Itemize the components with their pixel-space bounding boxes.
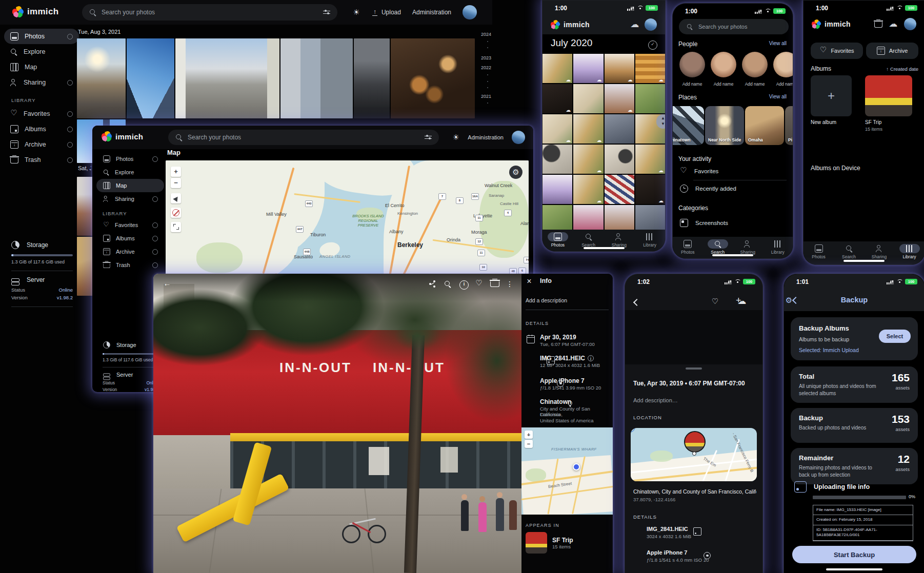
sidebar-item[interactable]: Photos bbox=[96, 152, 164, 166]
screenshots-row[interactable]: Screenshots bbox=[680, 219, 728, 227]
photo-thumbnail[interactable] bbox=[605, 175, 634, 204]
home-indicator[interactable] bbox=[712, 254, 753, 256]
add-to-icon[interactable]: + bbox=[736, 295, 741, 306]
archive-button[interactable]: Archive bbox=[866, 43, 918, 59]
delete-icon[interactable] bbox=[490, 281, 499, 287]
sidebar-item[interactable]: Albums bbox=[96, 232, 164, 245]
map-toggle-button[interactable] bbox=[171, 208, 181, 218]
map-attribution-icon[interactable] bbox=[631, 428, 635, 432]
photo-viewer[interactable] bbox=[625, 310, 762, 364]
scrubber-handle[interactable]: ▲▼ bbox=[656, 114, 666, 129]
photo-thumbnail[interactable] bbox=[635, 175, 665, 204]
location-name[interactable]: Chinatown, City and County of San Franci… bbox=[633, 488, 756, 495]
recently-added-row[interactable]: Recently added bbox=[680, 185, 736, 193]
album-tile[interactable] bbox=[865, 75, 912, 116]
share-icon[interactable] bbox=[429, 280, 437, 289]
favorite-icon[interactable] bbox=[475, 280, 483, 289]
photo-thumbnail[interactable] bbox=[573, 175, 603, 204]
photo-viewer[interactable]: IN-N-OUT IN-N-OUT bbox=[153, 274, 521, 573]
photo-thumbnail[interactable] bbox=[77, 38, 126, 118]
nav-item[interactable]: Library bbox=[763, 239, 793, 258]
person-item[interactable]: Add name bbox=[679, 52, 705, 87]
upload-button[interactable]: Upload bbox=[371, 9, 401, 16]
photo-thumbnail[interactable] bbox=[605, 205, 634, 232]
map-fullscreen-button[interactable] bbox=[171, 222, 181, 232]
photo-thumbnail[interactable] bbox=[635, 205, 665, 232]
immich-logo[interactable]: immich bbox=[12, 6, 58, 17]
location-name[interactable]: Chinatown bbox=[540, 398, 571, 405]
info-icon[interactable] bbox=[459, 280, 469, 290]
sidebar-item[interactable]: Archive bbox=[4, 137, 79, 152]
map-zoom-out-button[interactable]: − bbox=[525, 440, 533, 448]
avatar[interactable] bbox=[645, 18, 657, 31]
sheet-drag-handle[interactable] bbox=[686, 367, 702, 370]
favorites-row[interactable]: Favorites bbox=[680, 168, 718, 175]
person-item[interactable]: Add name bbox=[742, 52, 768, 87]
search-input[interactable]: Search your photos bbox=[168, 130, 439, 145]
places-view-all[interactable]: View all bbox=[769, 94, 787, 101]
sidebar-item[interactable]: Trash bbox=[4, 152, 79, 168]
place-card[interactable]: Chinatown bbox=[673, 106, 704, 145]
administration-link[interactable]: Administration bbox=[412, 9, 451, 16]
filter-icon[interactable] bbox=[425, 134, 432, 141]
search-input[interactable]: Search your photos bbox=[679, 19, 789, 34]
select-all-icon[interactable] bbox=[648, 40, 657, 50]
select-button[interactable]: Select bbox=[879, 330, 911, 343]
people-view-all[interactable]: View all bbox=[769, 40, 787, 48]
album-link[interactable]: SF Trip 15 items bbox=[526, 532, 573, 554]
map-zoom-in-button[interactable]: + bbox=[525, 431, 533, 439]
photo-thumbnail[interactable] bbox=[605, 145, 634, 174]
location-map[interactable]: The Em - San Francisco Ferry B bbox=[631, 428, 757, 481]
place-card[interactable]: Omaha bbox=[745, 106, 784, 145]
photo-thumbnail[interactable] bbox=[573, 205, 603, 232]
location-map[interactable]: FISHERMAN'S WHARF Beach Street + − bbox=[521, 427, 613, 515]
backup-cloud-icon[interactable] bbox=[889, 20, 898, 28]
map-photo-marker[interactable] bbox=[684, 431, 706, 453]
person-item[interactable]: Add name bbox=[711, 52, 736, 87]
photo-thumbnail[interactable] bbox=[605, 54, 634, 83]
close-icon[interactable] bbox=[526, 278, 533, 285]
description-input[interactable]: Add a description bbox=[526, 297, 567, 303]
favorite-icon[interactable] bbox=[711, 299, 718, 306]
place-card[interactable]: Pi bbox=[785, 106, 793, 145]
sidebar-item[interactable]: Trash bbox=[96, 258, 164, 272]
photo-thumbnail[interactable] bbox=[175, 38, 279, 118]
map-locate-button[interactable] bbox=[171, 193, 181, 203]
photo-thumbnail[interactable] bbox=[605, 84, 634, 113]
theme-toggle-icon[interactable] bbox=[452, 134, 459, 141]
sort-button[interactable]: ↑Created date bbox=[886, 66, 918, 72]
photo-thumbnail[interactable] bbox=[391, 38, 475, 118]
sidebar-item[interactable]: Favorites bbox=[96, 218, 164, 232]
more-options-icon[interactable] bbox=[506, 280, 514, 289]
nav-item[interactable]: Photos bbox=[673, 239, 703, 258]
photo-thumbnail[interactable] bbox=[635, 145, 665, 174]
avatar[interactable] bbox=[463, 5, 477, 19]
sidebar-item[interactable]: Explore bbox=[4, 44, 79, 59]
backup-cloud-icon[interactable] bbox=[630, 21, 639, 29]
nav-item[interactable]: Photos bbox=[804, 244, 834, 264]
theme-toggle-icon[interactable] bbox=[353, 9, 360, 16]
new-album-tile[interactable]: + bbox=[811, 75, 852, 116]
sidebar-item[interactable]: Map bbox=[4, 59, 79, 75]
sidebar-item[interactable]: Photos bbox=[4, 29, 79, 44]
photo-thumbnail[interactable] bbox=[573, 84, 603, 113]
photo-thumbnail[interactable] bbox=[280, 38, 353, 118]
nav-item[interactable]: Library bbox=[634, 232, 665, 251]
photo-thumbnail[interactable] bbox=[543, 54, 572, 83]
home-indicator[interactable] bbox=[584, 247, 625, 249]
start-backup-button[interactable]: Start Backup bbox=[792, 546, 916, 563]
photo-thumbnail[interactable] bbox=[635, 84, 665, 113]
person-item[interactable]: Add name bbox=[773, 52, 793, 87]
place-card[interactable]: Near North Side bbox=[705, 106, 744, 145]
photo-thumbnail[interactable] bbox=[543, 114, 572, 144]
settings-gear-icon[interactable] bbox=[785, 297, 792, 304]
sidebar-item[interactable]: Archive bbox=[96, 245, 164, 258]
photo-thumbnail[interactable] bbox=[573, 145, 603, 174]
sidebar-item[interactable]: Sharing bbox=[96, 192, 164, 206]
home-indicator[interactable] bbox=[826, 568, 882, 570]
photo-thumbnail[interactable] bbox=[354, 38, 390, 118]
description-input[interactable]: Add description… bbox=[633, 397, 678, 403]
sidebar-item[interactable]: Sharing bbox=[4, 75, 79, 90]
avatar[interactable] bbox=[512, 131, 525, 144]
file-info-icon[interactable] bbox=[588, 355, 594, 361]
